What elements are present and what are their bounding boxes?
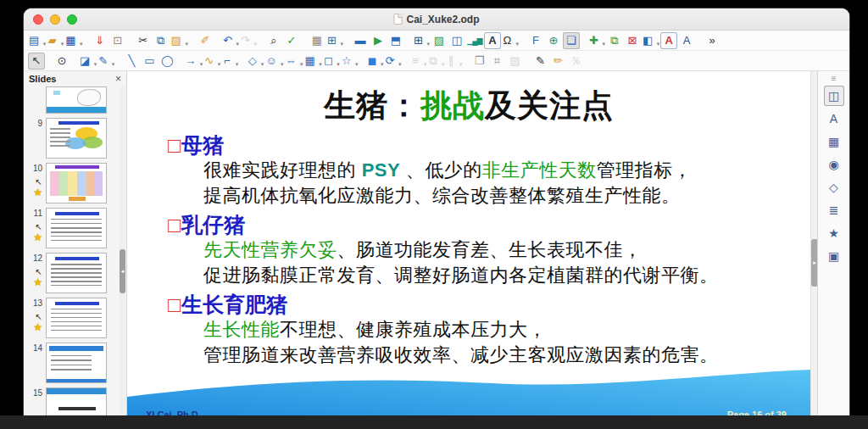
character-size-icon[interactable]: A — [678, 32, 695, 49]
show-draw-functions-icon[interactable]: ❏ — [563, 32, 580, 49]
redo-icon[interactable]: ↷ — [240, 32, 257, 49]
slide-thumbnail-item[interactable]: 12 ↖ ★ — [24, 253, 119, 293]
new-document-icon[interactable]: ▤ — [28, 32, 46, 49]
save-icon[interactable]: ▦ — [64, 32, 82, 49]
zoom-window-icon[interactable] — [67, 14, 77, 25]
image-filter-icon[interactable]: ▨ — [507, 53, 524, 70]
slide-thumbnail-canvas[interactable] — [46, 343, 107, 383]
presenter-console-icon[interactable]: ⬒ — [387, 32, 404, 49]
slide-text-line[interactable]: 管理肠道来改善营养吸收效率、减少主客观应激因素的危害。 — [203, 343, 810, 368]
slide-thumbnail-canvas[interactable] — [46, 298, 107, 338]
select-arrow-icon[interactable]: ↖ — [28, 53, 45, 70]
slide-text-line[interactable]: 生长性能不理想、健康养殖成本压力大， — [203, 317, 810, 343]
slide-section-heading[interactable]: □乳仔猪 — [168, 212, 810, 237]
main-vertical-scrollbar[interactable]: ▸ — [810, 71, 817, 429]
distribute-icon[interactable]: ∥ — [446, 53, 463, 70]
panel-splitter-arrow-icon[interactable]: ◂ — [120, 268, 125, 275]
find-replace-icon[interactable]: ⌕ — [265, 32, 282, 49]
slide-transition-panel-icon[interactable]: ≣ — [824, 200, 844, 220]
slide-thumbnail-canvas[interactable] — [46, 86, 107, 114]
cut-icon[interactable]: ✂ — [135, 32, 152, 49]
sidebar-menu-icon[interactable]: ≡ — [824, 73, 844, 83]
slide-thumbnail-canvas[interactable] — [46, 118, 107, 159]
slide-text-line[interactable]: 提高机体抗氧化应激能力、综合改善整体繁殖生产性能。 — [203, 183, 810, 209]
animation-panel-icon[interactable]: ★ — [824, 223, 844, 243]
insert-image-icon[interactable]: ▨ — [431, 32, 448, 49]
slide-section-heading[interactable]: □母猪 — [168, 132, 810, 158]
grid-icon[interactable]: ▦ — [309, 32, 326, 49]
3d-objects-icon[interactable]: ◼ — [367, 53, 384, 70]
slide-thumbnail-item[interactable]: 13 ↖ ★ — [24, 298, 119, 338]
slide-text-line[interactable]: 先天性营养欠妥、肠道功能发育差、生长表现不佳， — [203, 237, 810, 263]
display-mode-icon[interactable]: ▬ — [352, 32, 369, 49]
master-slides-panel-icon[interactable]: ▣ — [824, 246, 844, 266]
slide-thumbnail-item[interactable]: 14 ↖ ★ — [24, 343, 119, 383]
slide-layout-icon[interactable]: ◧ — [642, 32, 659, 49]
insert-line-icon[interactable]: ╲ — [123, 53, 140, 70]
basic-shapes-icon[interactable]: ◇ — [247, 53, 264, 70]
slide-sections[interactable]: □母猪很难实践好理想的 PSY 、低少的非生产性天数管理指标，提高机体抗氧化应激… — [168, 132, 810, 368]
slide-text-line[interactable]: 很难实践好理想的 PSY 、低少的非生产性天数管理指标， — [203, 158, 810, 183]
zoom-pan-icon[interactable]: ⊙ — [53, 53, 70, 70]
shapes-panel-icon[interactable]: ◇ — [824, 177, 844, 198]
fontwork-icon[interactable]: F — [527, 32, 544, 49]
slide-thumbnail-item[interactable]: 11 ↖ ★ — [24, 208, 119, 248]
shadow-icon[interactable]: ❐ — [471, 53, 488, 70]
gallery-panel-icon[interactable]: ▦ — [824, 131, 844, 152]
copy-icon[interactable]: ⧉ — [153, 32, 170, 49]
properties-panel-icon[interactable]: ◫ — [824, 86, 844, 106]
flowchart-icon[interactable]: ▦ — [304, 53, 322, 70]
clone-formatting-icon[interactable]: ✐ — [197, 32, 214, 49]
symbol-shapes-icon[interactable]: ☺ — [264, 53, 283, 70]
close-window-icon[interactable] — [33, 14, 43, 25]
lines-arrows-icon[interactable]: → — [184, 53, 203, 70]
glue-points-icon[interactable]: ✏ — [550, 53, 567, 70]
insert-table-icon[interactable]: ⊞ — [413, 32, 430, 49]
slide-title[interactable]: 生猪：挑战及关注点 — [127, 86, 810, 125]
duplicate-slide-icon[interactable]: ⧉ — [606, 32, 623, 49]
export-pdf-icon[interactable]: ⇓ — [92, 32, 108, 49]
fill-color-icon[interactable]: ◪ — [79, 53, 97, 70]
titlebar[interactable]: Cai_Xuke2.odp — [24, 8, 849, 31]
stars-banners-icon[interactable]: ☆ — [341, 53, 359, 70]
hyperlink-icon[interactable]: ⊕ — [545, 32, 562, 49]
special-character-icon[interactable]: Ω — [502, 32, 519, 49]
insert-text-columns-icon[interactable]: ◫ — [448, 32, 465, 49]
arrange-icon[interactable]: ⧉ — [428, 53, 445, 70]
slides-panel-scrollbar[interactable]: ◂ — [120, 86, 125, 429]
connectors-icon[interactable]: ⌐ — [221, 53, 238, 70]
styles-panel-icon[interactable]: A — [824, 109, 844, 129]
slide-thumbnail-canvas[interactable] — [46, 163, 107, 203]
paste-icon[interactable]: ▨ — [170, 32, 188, 49]
font-color-icon[interactable]: A — [660, 32, 677, 49]
crop-icon[interactable]: ⌗ — [489, 53, 506, 70]
new-slide-icon[interactable]: ✚ — [588, 32, 605, 49]
slide-section-heading[interactable]: □生长育肥猪 — [168, 292, 810, 317]
slide-editing-area[interactable]: 生猪：挑战及关注点 □母猪很难实践好理想的 PSY 、低少的非生产性天数管理指标… — [127, 71, 810, 429]
ellipse-icon[interactable]: ◯ — [159, 53, 175, 70]
undo-icon[interactable]: ↶ — [222, 32, 239, 49]
spelling-check-icon[interactable]: ✓ — [283, 32, 300, 49]
close-panel-icon[interactable]: × — [115, 73, 121, 85]
delete-slide-icon[interactable]: ⊠ — [624, 32, 641, 49]
slide-thumbnail-item[interactable]: 8 ↖ ★ — [24, 86, 119, 114]
insert-chart-icon[interactable]: ▁▄▆ — [466, 32, 483, 49]
slide-canvas[interactable]: 生猪：挑战及关注点 □母猪很难实践好理想的 PSY 、低少的非生产性天数管理指标… — [127, 71, 810, 429]
edit-points-icon[interactable]: ✎ — [532, 53, 549, 70]
navigator-panel-icon[interactable]: ◉ — [824, 154, 844, 175]
line-color-icon[interactable]: ✎ — [97, 53, 114, 70]
slide-text-line[interactable]: 促进肠黏膜正常发育、调整好肠道内各定植菌群的代谢平衡。 — [203, 263, 810, 288]
insert-text-box-icon[interactable]: A — [484, 32, 501, 49]
slide-thumbnail-item[interactable]: 10 ↖ ★ — [24, 163, 119, 203]
print-icon[interactable]: ⊡ — [109, 32, 126, 49]
snap-guides-icon[interactable]: ⊞ — [326, 32, 343, 49]
rectangle-icon[interactable]: ▭ — [141, 53, 158, 70]
toggle-extrusion-icon[interactable]: ％ — [568, 53, 585, 70]
block-arrows-icon[interactable]: ⇔ — [285, 53, 303, 70]
start-slideshow-icon[interactable]: ▶ — [370, 32, 387, 49]
slide-thumbnail-canvas[interactable] — [46, 208, 107, 248]
toolbar-overflow-icon[interactable]: » — [704, 32, 721, 49]
curves-polygons-icon[interactable]: ∿ — [203, 53, 220, 70]
slide-thumbnail-item[interactable]: 9 ↖ ★ — [24, 118, 119, 159]
callouts-icon[interactable]: ◻ — [323, 53, 340, 70]
